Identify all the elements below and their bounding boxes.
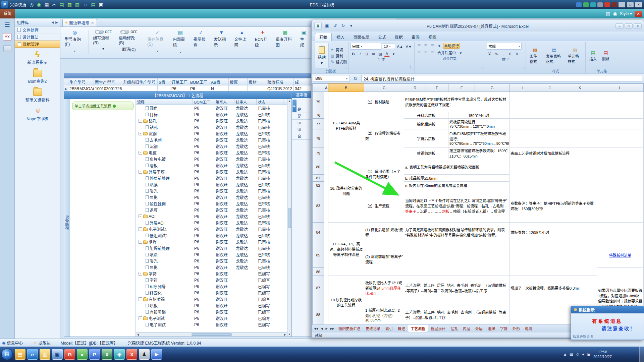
cell[interactable] xyxy=(597,147,644,159)
cell[interactable] xyxy=(597,159,644,223)
cell-section-15[interactable]: 15. F4B/F4BM类PTFE的板材 xyxy=(328,92,364,159)
tree-col-process[interactable]: 流程 xyxy=(136,99,193,105)
tree-row[interactable]: 沉铜 P6 谢汉旺 龙敬达 已审核 xyxy=(136,143,287,149)
row-header[interactable]: 83 xyxy=(313,189,324,223)
column-header[interactable]: K xyxy=(563,84,597,92)
conditional-format-button[interactable]: ▧ 条件格式 xyxy=(528,43,543,68)
italic-button[interactable]: I xyxy=(357,51,363,57)
font-color-button[interactable]: A xyxy=(384,51,390,57)
cell[interactable]: （2）生产流程 xyxy=(364,189,404,223)
cell[interactable]: b. 成品板厚≥1.8mm xyxy=(404,175,509,182)
toggle-switch-icon[interactable] xyxy=(120,30,129,34)
cell-section-17[interactable]: 17. FR4、PI、高速、高频材料烘板及等离子制作流程 xyxy=(328,223,364,276)
tree-row[interactable]: 外层AOI P6 谢汉旺 龙敬达 已审核 xyxy=(136,220,287,226)
tree-row[interactable]: 退膜 P6 谢汉旺 龙敬达 已审核 xyxy=(136,207,287,213)
cell[interactable] xyxy=(597,223,644,242)
tree-row[interactable]: − 电子测试 P6 谢汉旺 已编写 xyxy=(136,315,287,321)
column-header[interactable]: E xyxy=(426,84,448,92)
cell[interactable]: （1）板材缺陷 xyxy=(364,92,404,112)
cell[interactable]: 棕化后烘板 xyxy=(404,119,448,129)
redo-icon[interactable]: ↻ xyxy=(340,23,346,28)
tree-row[interactable]: 曝光 P6 谢汉旺 龙敬达 已审核 xyxy=(136,258,287,264)
tree-expand-icon[interactable]: − xyxy=(139,119,142,123)
tree-col-checker[interactable]: 核审人 xyxy=(234,99,257,105)
sheet-tab[interactable]: 索引 xyxy=(383,325,395,332)
sidebar-tool[interactable]: 预审关键物料 xyxy=(19,88,56,103)
cell-section-18[interactable]: 18 厚孔径比或厚板的工艺流程 xyxy=(328,276,364,325)
minimize-icon[interactable]: – xyxy=(615,23,624,28)
write-flow-toggle[interactable]: OFF xyxy=(95,30,112,34)
cell[interactable]: 工艺流程：前工序--钻孔--去毛刺--去毛刺--（沉铜前烘板--等离子）--沉铜… xyxy=(404,300,509,325)
app-preview-icon[interactable] xyxy=(611,2,617,7)
cell-production-flow[interactable]: 当同时满足以上三个条件时需在钻孔之后沉铜之前增加“等离子”流程，在表面工艺前增加… xyxy=(404,189,509,223)
sheet-tab[interactable]: 概述 xyxy=(395,325,408,332)
cell[interactable]: 表面工艺是喷锡时才增加此烘板流程 xyxy=(509,147,597,159)
style-dropdown[interactable]: Style ▾ xyxy=(620,11,632,16)
taskbar-app-icon[interactable]: P xyxy=(89,349,100,360)
formula-input[interactable]: 24. 树脂塞孔浅背钻流程设计 xyxy=(361,75,642,82)
prod-column-header[interactable]: 生产型号 xyxy=(68,78,94,85)
bold-button[interactable]: B xyxy=(351,51,356,57)
system-message-popup[interactable]: ❋ 系统提示 有系统消息 请注意查收！ 版本更新说明 xyxy=(571,306,644,340)
align-bottom-button[interactable]: ☰ xyxy=(430,43,435,49)
tree-expand-icon[interactable]: − xyxy=(139,316,142,320)
next-sheet-icon[interactable]: ▶ xyxy=(324,327,328,330)
sheet-tab[interactable]: 电测 xyxy=(523,325,535,332)
column-header[interactable]: C xyxy=(364,84,404,92)
cell[interactable]: 增加了一次板镀流程，线路需多补偿0.3mil xyxy=(509,276,597,300)
cell[interactable]: 1 板厚孔径比≥8:1；2 最小孔径（刀径）≤0.35mm xyxy=(364,300,404,325)
sheet-tab[interactable]: 钻孔 xyxy=(448,325,460,332)
tree-row[interactable]: 负片电镀 P6 谢汉旺 龙敬达 已审核 xyxy=(136,156,287,162)
wrap-text-button[interactable]: 自动换行 xyxy=(443,43,460,49)
maximize-icon[interactable]: □ xyxy=(627,2,634,7)
cell[interactable]: 为了满足高速板材和高频板材对信号传输和环境的要求，附表“特殊板材清单”中的板材型… xyxy=(404,223,509,242)
taskbar-app-icon[interactable]: ◉ xyxy=(114,349,125,360)
column-header[interactable]: B xyxy=(328,84,364,92)
scroll-down-icon[interactable]: ▼ xyxy=(288,333,291,336)
tree-expand-icon[interactable]: − xyxy=(139,240,142,244)
cell[interactable]: 板厚孔径比大于12:1或者板厚≥4.5mm且厚径比≥6:1 xyxy=(364,276,404,300)
sheet-tab[interactable]: 内层 xyxy=(461,325,473,332)
taskbar-app-icon[interactable]: G xyxy=(64,349,75,360)
tab-new-flow-instruction[interactable]: ϟ 新流程指示 ✕ xyxy=(62,19,97,26)
maximize-icon[interactable]: □ xyxy=(625,23,633,28)
cell[interactable] xyxy=(324,92,328,325)
cell[interactable]: 字符后烘板 xyxy=(404,129,448,147)
cell[interactable] xyxy=(509,119,597,129)
sidebar-nav-item[interactable]: 设计算法 xyxy=(15,34,60,41)
scrollbar-thumb[interactable] xyxy=(192,333,232,336)
top-toolbar-icon[interactable]: ▤ xyxy=(59,1,64,8)
prod-column-header[interactable]: AB板 xyxy=(210,78,229,85)
tree-expand-icon[interactable]: − xyxy=(139,227,142,231)
row-header[interactable]: 76 xyxy=(313,112,324,119)
globe-icon[interactable]: ◉ xyxy=(613,10,617,17)
sheet-tab[interactable]: 外层 xyxy=(473,325,485,332)
scroll-left-icon[interactable]: ◀ xyxy=(137,333,139,336)
cell[interactable]: 烘板参数：120度/1小时 xyxy=(509,223,597,242)
tree-row[interactable]: 显影 P6 谢汉旺 龙敬达 已审核 xyxy=(136,264,287,270)
tree-row[interactable]: 字符 P6 谢汉旺 已编写 xyxy=(136,277,287,283)
cancel-button[interactable]: 取消(C) xyxy=(122,46,136,52)
tray-icon[interactable]: ▦ xyxy=(570,352,573,357)
cell[interactable]: 参数备注：等离子：使用PTFE沉铜前的等离子参数 烘板：150度30分钟 xyxy=(509,189,597,223)
tree-col-writer[interactable]: 编写人 xyxy=(214,99,234,105)
send-instruction-button[interactable]: ▼ 发送指示 xyxy=(212,29,231,49)
basic-info-title[interactable]: 基本信 xyxy=(292,92,311,98)
cell[interactable] xyxy=(597,112,644,119)
recheck-drawing-button[interactable]: ▦ 重查开料图 xyxy=(273,29,297,49)
prod-column-header[interactable]: BOM工厂 xyxy=(189,78,210,85)
row-header[interactable]: 81 xyxy=(313,175,324,182)
tree-row[interactable]: 阻焊前处理 P6 谢汉旺 龙敬达 已审核 xyxy=(136,245,287,251)
scrollbar-thumb[interactable] xyxy=(288,208,291,228)
column-header[interactable]: A xyxy=(324,84,328,92)
taskbar-app-icon[interactable]: ● xyxy=(77,349,88,360)
dialog-launcher-icon[interactable] xyxy=(345,65,348,68)
format-as-table-button[interactable]: ▤ 套用表格格式 xyxy=(544,43,565,68)
shrink-font-button[interactable]: A▼ xyxy=(405,44,413,49)
row-header[interactable]: 86 xyxy=(313,268,324,276)
font-name-select[interactable]: 宋体▾ xyxy=(351,43,381,50)
delete-cells-button[interactable]: ▤ 删除 xyxy=(600,43,611,68)
column-header[interactable]: D xyxy=(404,84,426,92)
ribbon-tab[interactable]: 视图 xyxy=(424,33,440,41)
copy-button[interactable]: ▤ 复制 xyxy=(330,53,347,58)
